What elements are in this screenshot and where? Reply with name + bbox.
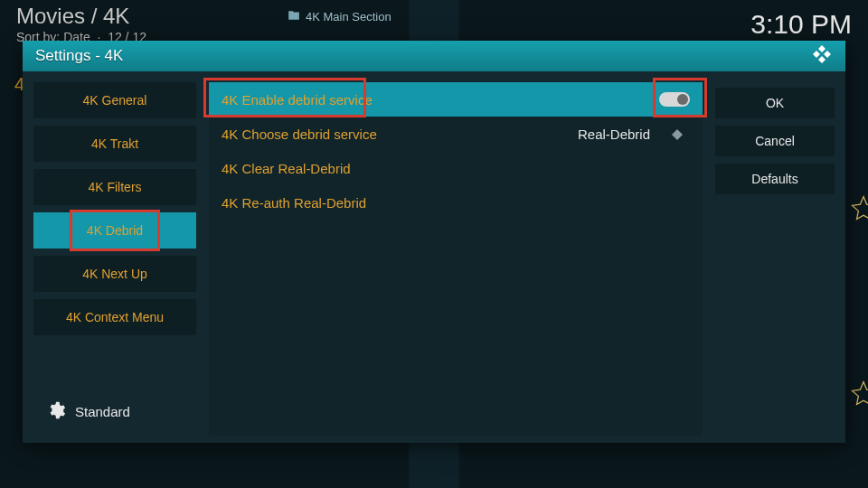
dialog-header: Settings - 4K [23,41,845,71]
sidebar-item-debrid[interactable]: 4K Debrid [33,212,196,249]
breadcrumb: Movies / 4K [16,4,146,29]
dialog-body: 4K General 4K Trakt 4K Filters 4K Debrid… [23,71,845,443]
section-indicator: 4K Main Section [288,9,392,24]
sidebar-item-trakt[interactable]: 4K Trakt [33,126,196,162]
settings-list: 4K Enable debrid service 4K Choose debri… [209,82,703,436]
sidebar-item-filters[interactable]: 4K Filters [33,169,196,205]
sidebar-item-contextmenu[interactable]: 4K Context Menu [33,299,196,335]
dialog-title: Settings - 4K [35,47,123,65]
toggle-switch[interactable] [659,92,690,107]
settings-level-button[interactable]: Standard [33,395,196,436]
star-decoration [850,194,868,221]
sidebar-item-label: 4K Context Menu [66,310,164,324]
category-sidebar: 4K General 4K Trakt 4K Filters 4K Debrid… [33,82,196,436]
sidebar-item-label: 4K Next Up [82,267,147,281]
setting-reauth-debrid[interactable]: 4K Re-auth Real-Debrid [209,185,703,220]
sidebar-item-label: 4K Debrid [87,223,143,238]
kodi-logo-icon [811,43,833,69]
settings-level-label: Standard [75,404,130,419]
setting-clear-debrid[interactable]: 4K Clear Real-Debrid [209,151,703,185]
top-bar: Movies / 4K Sort by: Date · 12 / 12 4K M… [16,4,852,44]
clock: 3:10 PM [750,9,852,40]
folder-icon [288,9,300,24]
setting-label: 4K Clear Real-Debrid [222,161,351,176]
setting-label: 4K Re-auth Real-Debrid [222,195,366,211]
action-column: OK Cancel Defaults [715,82,835,436]
sidebar-item-label: 4K Trakt [91,136,138,151]
ok-button[interactable]: OK [715,88,835,118]
sidebar-item-general[interactable]: 4K General [33,82,196,118]
setting-enable-debrid[interactable]: 4K Enable debrid service [209,82,703,117]
sidebar-item-label: 4K General [83,93,147,108]
button-label: OK [766,96,784,110]
sidebar-item-label: 4K Filters [88,180,141,194]
setting-value: Real-Debrid [578,127,650,142]
button-label: Defaults [751,172,797,186]
sidebar-item-nextup[interactable]: 4K Next Up [33,256,196,292]
button-label: Cancel [755,134,795,148]
defaults-button[interactable]: Defaults [715,164,835,194]
setting-label: 4K Enable debrid service [222,92,373,108]
chevron-updown-icon [666,126,690,143]
setting-label: 4K Choose debrid service [222,127,377,142]
settings-dialog: Settings - 4K 4K General 4K Trakt 4K Fil… [23,41,845,443]
setting-choose-debrid[interactable]: 4K Choose debrid service Real-Debrid [209,117,703,151]
section-label: 4K Main Section [306,10,392,23]
star-decoration [850,380,868,407]
gear-icon [46,400,66,423]
cancel-button[interactable]: Cancel [715,126,835,156]
